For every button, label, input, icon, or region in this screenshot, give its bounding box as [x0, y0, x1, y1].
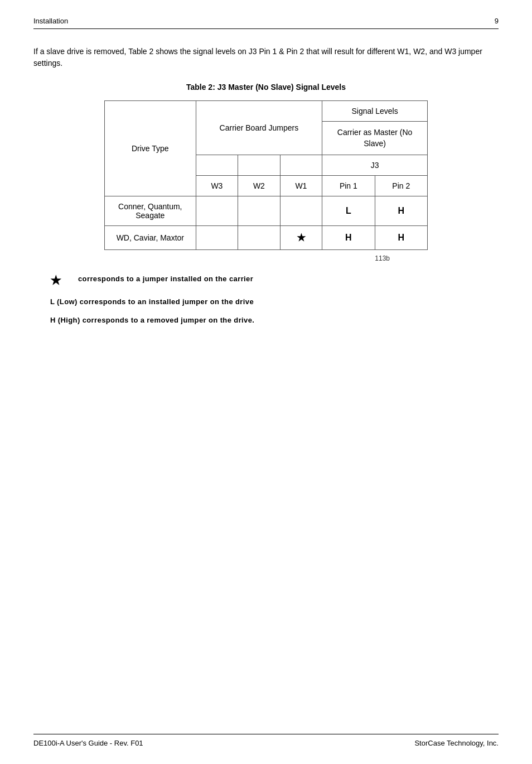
page-footer: DE100i-A User's Guide - Rev. F01 StorCas… — [33, 734, 499, 747]
col-signal-levels: Signal Levels — [322, 101, 428, 122]
legend-star-item: ★ corresponds to a jumper installed on t… — [50, 273, 499, 288]
page-header: Installation 9 — [33, 17, 499, 29]
col-carrier-master: Carrier as Master (No Slave) — [322, 122, 428, 155]
signal-levels-table: Drive Type Carrier Board Jumpers Signal … — [104, 100, 428, 250]
footer-right: StorCase Technology, Inc. — [414, 739, 499, 747]
table-row-header1: Drive Type Carrier Board Jumpers Signal … — [105, 101, 428, 122]
table-title: Table 2: J3 Master (No Slave) Signal Lev… — [33, 83, 499, 92]
row1-pin2: H — [375, 196, 427, 226]
row1-w2 — [238, 196, 280, 226]
col-carrier-board: Carrier Board Jumpers — [196, 101, 322, 155]
row2-w2 — [238, 226, 280, 250]
page-container: Installation 9 If a slave drive is remov… — [0, 0, 532, 764]
l-legend-text: L (Low) corresponds to an installed jump… — [50, 296, 254, 307]
row1-w1 — [280, 196, 322, 226]
col-w2-empty — [238, 155, 280, 176]
table-row-data2: WD, Caviar, Maxtor ★ H H — [105, 226, 428, 250]
drive-type-2: WD, Caviar, Maxtor — [105, 226, 196, 250]
intro-paragraph: If a slave drive is removed, Table 2 sho… — [33, 46, 499, 69]
table-row-data1: Conner, Quantum, Seagate L H — [105, 196, 428, 226]
star-legend-text: corresponds to a jumper installed on the… — [78, 273, 253, 285]
drive-type-1: Conner, Quantum, Seagate — [105, 196, 196, 226]
row2-w3 — [196, 226, 238, 250]
col-drive-type: Drive Type — [105, 101, 196, 196]
header-page-number: 9 — [495, 17, 499, 25]
col-w3-header: W3 — [196, 176, 238, 196]
col-pin1-header: Pin 1 — [322, 176, 375, 196]
row2-pin2: H — [375, 226, 427, 250]
legend-section: ★ corresponds to a jumper installed on t… — [50, 273, 499, 325]
col-w3-empty — [196, 155, 238, 176]
row1-w3 — [196, 196, 238, 226]
footer-left: DE100i-A User's Guide - Rev. F01 — [33, 739, 143, 747]
star-symbol: ★ — [50, 273, 67, 288]
col-w1-empty — [280, 155, 322, 176]
row1-pin1: L — [322, 196, 375, 226]
legend-l-item: L (Low) corresponds to an installed jump… — [50, 296, 499, 307]
col-pin2-header: Pin 2 — [375, 176, 427, 196]
h-legend-text: H (High) corresponds to a removed jumper… — [50, 315, 254, 326]
row2-w1: ★ — [280, 226, 322, 250]
col-j3: J3 — [322, 155, 428, 176]
row2-pin1: H — [322, 226, 375, 250]
figure-number: 113b — [33, 254, 390, 262]
table-wrapper: Drive Type Carrier Board Jumpers Signal … — [33, 100, 499, 250]
legend-h-item: H (High) corresponds to a removed jumper… — [50, 315, 499, 326]
col-w1-header: W1 — [280, 176, 322, 196]
header-section-label: Installation — [33, 17, 68, 25]
col-w2-header: W2 — [238, 176, 280, 196]
